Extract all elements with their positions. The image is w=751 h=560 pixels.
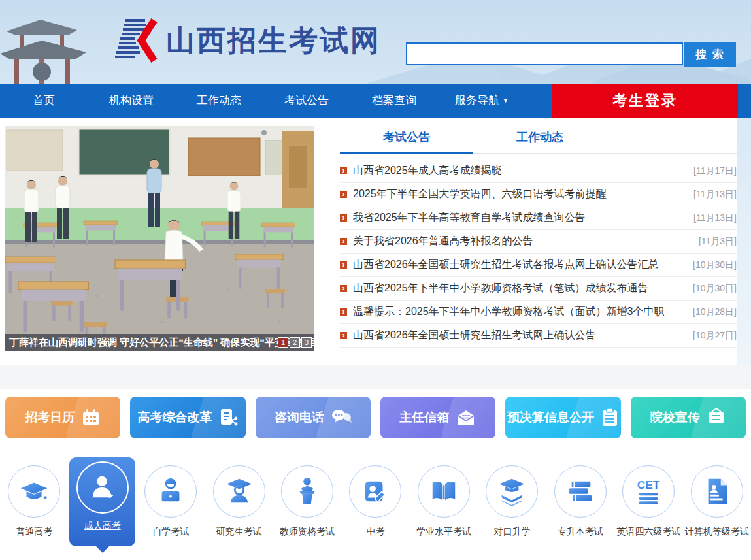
nav-label: 机构设置 [109, 94, 154, 107]
calendar-icon [81, 408, 101, 427]
category-postgraduate-exam[interactable]: 研究生考试 [205, 453, 273, 560]
news-item[interactable]: › 山西省2025年成人高考成绩揭晓 [11月17日] [340, 159, 737, 183]
category-teacher-certification[interactable]: 教师资格考试 [273, 453, 341, 560]
quick-link-budget-disclosure[interactable]: 预决算信息公开 [505, 397, 620, 438]
category-zhongkao[interactable]: 中考 [341, 453, 409, 560]
carousel-caption[interactable]: 丁薛祥在山西调研时强调 守好公平公正“生命线” 确保实现“平安高考”目标 [5, 334, 314, 351]
news-item[interactable]: › 2025年下半年全国大学英语四、六级口语考试考前提醒 [11月13日] [340, 183, 737, 206]
category-vocational-promotion[interactable]: 对口升学 [478, 453, 546, 560]
nav-item-service-guide[interactable]: 服务导航▼ [438, 84, 526, 118]
news-title[interactable]: 山西省2025年下半年中小学教师资格考试（笔试）成绩发布通告 [353, 282, 688, 295]
nav-item-work-news[interactable]: 工作动态 [175, 84, 263, 118]
news-item[interactable]: › 关于我省2026年普通高考补报名的公告 [11月3日] [340, 230, 737, 254]
carousel-page-3[interactable]: 3 [301, 337, 312, 348]
quick-link-label: 预决算信息公开 [507, 409, 594, 426]
news-date: [11月17日] [693, 165, 737, 177]
news-title[interactable]: 山西省2026年全国硕士研究生招生考试网上确认公告 [353, 329, 688, 342]
laptop-person-icon [144, 465, 197, 518]
category-label: 普通高考 [0, 526, 68, 538]
open-book-icon [418, 465, 470, 518]
category-label: 英语四六级考试 [614, 526, 682, 538]
nav-item-archive-query[interactable]: 档案查询 [350, 84, 438, 118]
news-item[interactable]: › 山西省2025年下半年中小学教师资格考试（笔试）成绩发布通告 [10月30日… [340, 277, 737, 301]
news-title[interactable]: 2025年下半年全国大学英语四、六级口语考试考前提醒 [353, 188, 688, 201]
quick-link-label: 院校宣传 [650, 409, 700, 426]
exam-categories-row: 普通高考 成人高考 自学考试 研究生考试 教师资格考试 [0, 453, 751, 560]
banner-icon [707, 408, 726, 427]
carousel-page-2[interactable]: 2 [290, 337, 300, 348]
podium-speaker-icon [281, 465, 333, 518]
quick-link-label: 主任信箱 [399, 409, 449, 426]
site-title: 山西招生考试网 [166, 26, 381, 55]
cet-icon: CET [622, 465, 675, 518]
tab-exam-notice[interactable]: 考试公告 [340, 123, 473, 153]
category-cet-exam[interactable]: CET 英语四六级考试 [614, 453, 682, 560]
tab-work-news[interactable]: 工作动态 [473, 123, 607, 153]
site-logo[interactable]: 山西招生考试网 [108, 17, 381, 64]
category-label: 专升本考试 [546, 526, 614, 538]
search-button[interactable]: 搜 索 [684, 42, 736, 67]
reform-doc-icon [218, 408, 238, 427]
nav-item-organization[interactable]: 机构设置 [88, 84, 175, 118]
news-bullet-icon: › [340, 191, 347, 198]
envelope-icon [456, 408, 476, 427]
nav-label: 工作动态 [197, 94, 241, 107]
quick-link-label: 咨询电话 [275, 409, 324, 426]
news-date: [10月28日] [693, 306, 737, 318]
adult-person-icon [76, 461, 129, 514]
news-item[interactable]: › 我省2025年下半年高等教育自学考试成绩查询公告 [11月13日] [340, 206, 737, 230]
search-input[interactable] [406, 42, 683, 65]
graduation-cap-icon [8, 465, 60, 518]
chat-bubbles-icon [331, 408, 352, 427]
category-label: 对口升学 [478, 526, 546, 538]
nav-item-exam-notice[interactable]: 考试公告 [263, 84, 350, 118]
news-date: [11月3日] [699, 236, 737, 248]
category-label: 教师资格考试 [273, 526, 341, 538]
news-title[interactable]: 我省2025年下半年高等教育自学考试成绩查询公告 [353, 211, 688, 225]
category-zhuanshengben-exam[interactable]: 专升本考试 [546, 453, 614, 560]
news-title[interactable]: 温馨提示：2025年下半年中小学教师资格考试（面试）新增3个中职 [353, 305, 688, 319]
nav-item-home[interactable]: 首页 [0, 84, 88, 118]
category-label: 研究生考试 [205, 526, 273, 538]
category-adult-gaokao[interactable]: 成人高考 [68, 453, 136, 560]
quick-link-director-mailbox[interactable]: 主任信箱 [380, 397, 495, 438]
news-list: › 山西省2025年成人高考成绩揭晓 [11月17日] › 2025年下半年全国… [340, 159, 737, 348]
news-date: [11月13日] [693, 212, 737, 224]
quick-link-college-promo[interactable]: 院校宣传 [631, 397, 746, 438]
category-label: 自学考试 [137, 526, 205, 538]
quick-link-exam-calendar[interactable]: 招考日历 [5, 397, 120, 438]
carousel-pager: 1 2 3 [278, 337, 312, 348]
cap-over-book-icon [486, 465, 538, 518]
news-title[interactable]: 关于我省2026年普通高考补报名的公告 [353, 235, 693, 248]
news-bullet-icon: › [340, 238, 347, 245]
graduate-icon [213, 465, 265, 518]
page: 山西招生考试网 搜 索 首页 机构设置 工作动态 考试公告 档案查询 服务导航▼… [0, 0, 751, 560]
category-academic-level-exam[interactable]: 学业水平考试 [410, 453, 478, 560]
category-label: 成人高考 [68, 520, 136, 532]
news-item[interactable]: › 山西省2026年全国硕士研究生招生考试各报考点网上确认公告汇总 [10月30… [340, 254, 737, 277]
nav-label: 考试公告 [284, 94, 329, 107]
category-general-gaokao[interactable]: 普通高考 [0, 453, 68, 560]
news-date: [10月30日] [693, 259, 737, 271]
classroom-photo-illustration [5, 126, 314, 351]
quick-links-row: 招考日历 高考综合改革 [5, 397, 746, 438]
category-computer-rank-exam[interactable]: 计算机等级考试 [683, 453, 751, 560]
news-bullet-icon: › [340, 167, 347, 174]
news-item[interactable]: › 山西省2026年全国硕士研究生招生考试网上确认公告 [10月27日] [340, 324, 737, 348]
news-title[interactable]: 山西省2026年全国硕士研究生招生考试各报考点网上确认公告汇总 [353, 258, 688, 272]
chevron-down-icon: ▼ [503, 84, 509, 118]
news-date: [11月13日] [693, 189, 737, 201]
carousel-page-1[interactable]: 1 [278, 337, 288, 348]
logo-mark-icon [108, 17, 158, 64]
category-self-study-exam[interactable]: 自学考试 [137, 453, 205, 560]
carousel-photo[interactable]: 丁薛祥在山西调研时强调 守好公平公正“生命线” 确保实现“平安高考”目标 1 2… [5, 126, 314, 351]
category-label: 学业水平考试 [410, 526, 478, 538]
category-label: 计算机等级考试 [683, 526, 751, 538]
clipboard-icon [601, 408, 619, 427]
news-section: 考试公告 工作动态 › 山西省2025年成人高考成绩揭晓 [11月17日] › … [340, 123, 737, 348]
quick-link-gaokao-reform[interactable]: 高考综合改革 [130, 397, 245, 438]
candidate-login-button[interactable]: 考生登录 [552, 84, 738, 118]
quick-link-hotline[interactable]: 咨询电话 [256, 397, 371, 438]
news-item[interactable]: › 温馨提示：2025年下半年中小学教师资格考试（面试）新增3个中职 [10月2… [340, 301, 737, 324]
news-title[interactable]: 山西省2025年成人高考成绩揭晓 [353, 164, 688, 178]
